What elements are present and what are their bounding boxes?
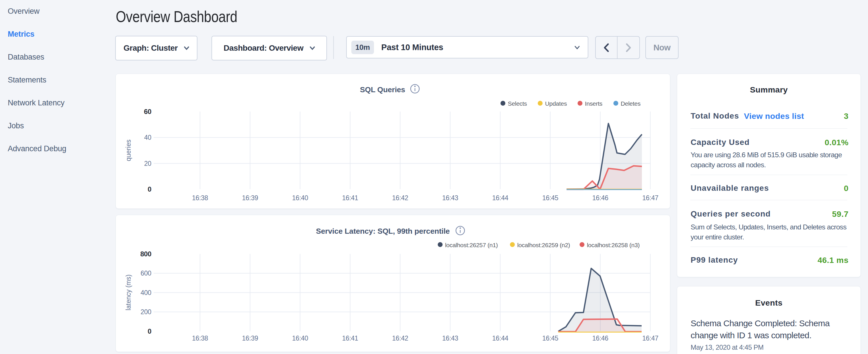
svg-text:Deletes: Deletes — [621, 100, 641, 107]
svg-text:16:46: 16:46 — [592, 334, 608, 342]
svg-text:SQL Queries: SQL Queries — [360, 85, 405, 94]
svg-text:16:47: 16:47 — [642, 194, 658, 202]
svg-text:16:39: 16:39 — [242, 334, 258, 342]
svg-text:Service Latency: SQL, 99th per: Service Latency: SQL, 99th percentile — [316, 227, 450, 235]
svg-text:0: 0 — [148, 185, 151, 193]
svg-text:20: 20 — [144, 160, 151, 167]
svg-text:16:41: 16:41 — [342, 334, 358, 342]
svg-text:16:45: 16:45 — [542, 194, 558, 202]
svg-text:800: 800 — [140, 250, 151, 258]
svg-text:16:39: 16:39 — [242, 194, 258, 202]
svg-text:Inserts: Inserts — [585, 100, 602, 107]
svg-text:Selects: Selects — [508, 100, 527, 107]
svg-text:16:38: 16:38 — [192, 194, 208, 202]
svg-text:16:44: 16:44 — [492, 334, 509, 342]
svg-text:16:43: 16:43 — [442, 334, 458, 342]
svg-text:16:46: 16:46 — [592, 194, 608, 202]
svg-text:localhost:26257 (n1): localhost:26257 (n1) — [445, 242, 498, 248]
svg-text:40: 40 — [144, 134, 151, 141]
svg-text:queries: queries — [125, 139, 132, 161]
svg-text:200: 200 — [141, 308, 151, 316]
svg-text:16:40: 16:40 — [292, 334, 308, 342]
svg-text:localhost:26258 (n3): localhost:26258 (n3) — [587, 242, 640, 248]
svg-text:16:38: 16:38 — [192, 334, 208, 342]
svg-text:16:42: 16:42 — [392, 334, 408, 342]
svg-text:60: 60 — [144, 108, 151, 116]
svg-text:16:43: 16:43 — [442, 194, 458, 202]
svg-text:400: 400 — [141, 289, 151, 296]
svg-text:16:40: 16:40 — [292, 194, 308, 202]
svg-text:16:47: 16:47 — [642, 334, 658, 342]
svg-text:600: 600 — [141, 269, 151, 277]
svg-text:16:41: 16:41 — [342, 194, 358, 202]
svg-text:16:44: 16:44 — [492, 194, 509, 202]
svg-text:Updates: Updates — [545, 100, 567, 107]
svg-text:0: 0 — [148, 327, 151, 335]
svg-text:16:45: 16:45 — [542, 334, 558, 342]
svg-text:latency (ms): latency (ms) — [125, 275, 132, 310]
svg-text:localhost:26259 (n2): localhost:26259 (n2) — [517, 242, 570, 248]
svg-text:16:42: 16:42 — [392, 194, 408, 202]
